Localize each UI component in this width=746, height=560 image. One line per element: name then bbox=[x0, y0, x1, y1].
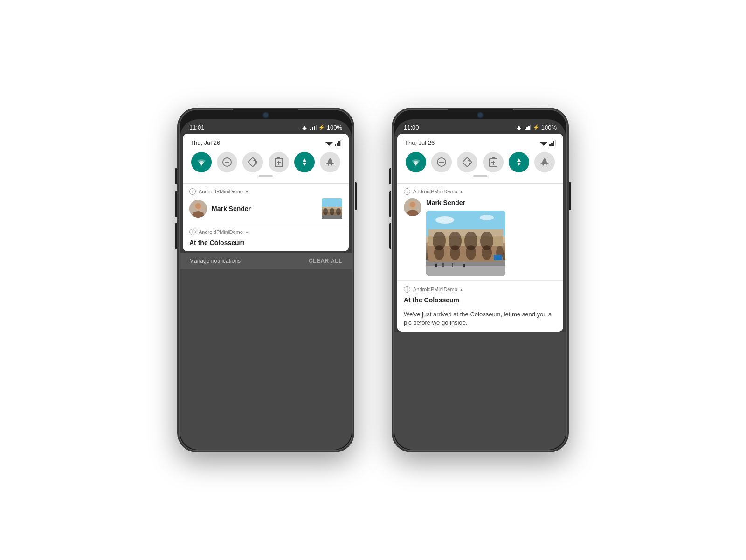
signal-icon-right bbox=[515, 125, 523, 130]
dark-area-left bbox=[180, 269, 352, 450]
svg-rect-42 bbox=[530, 125, 531, 130]
info-icon-right-2: i bbox=[404, 286, 410, 293]
qs-data-icon-right bbox=[514, 157, 524, 167]
svg-point-78 bbox=[466, 245, 476, 260]
svg-rect-46 bbox=[551, 143, 553, 146]
qs-wifi-btn-left[interactable] bbox=[191, 152, 212, 172]
qs-batt-icon-right bbox=[489, 157, 497, 167]
chevron-down-icon-left-1: ▾ bbox=[246, 189, 248, 194]
svg-marker-59 bbox=[517, 163, 521, 166]
cell-icon-right bbox=[525, 125, 531, 130]
colosseum-thumb-image bbox=[322, 198, 342, 219]
notification-panel-right: Thu, Jul 26 bbox=[397, 134, 563, 332]
qs-rotate-btn-left[interactable] bbox=[242, 152, 263, 172]
power-button-left-right[interactable] bbox=[389, 223, 391, 249]
signal-qs-icon-left bbox=[335, 140, 341, 146]
notif-app-left-2: AndroidPMiniDemo bbox=[199, 229, 243, 235]
manage-notif-left[interactable]: Manage notifications bbox=[189, 258, 241, 264]
svg-point-77 bbox=[450, 245, 460, 260]
notif-body-text-right-2: We've just arrived at the Colosseum, let… bbox=[404, 310, 557, 327]
notif-body-right-2: At the Colosseum We've just arrived at t… bbox=[404, 296, 557, 327]
dark-area-right bbox=[394, 332, 566, 450]
notif-card-left-2[interactable]: i AndroidPMiniDemo ▾ At the Colosseum bbox=[183, 224, 349, 251]
notif-body-right-1: Mark Sender bbox=[404, 198, 557, 276]
svg-rect-71 bbox=[426, 266, 505, 276]
qs-rotate-btn-right[interactable] bbox=[457, 152, 477, 172]
qs-airplane-btn-right[interactable] bbox=[534, 152, 555, 172]
qs-wifi-btn-right[interactable] bbox=[406, 152, 426, 172]
quick-settings-right: Thu, Jul 26 bbox=[397, 134, 563, 184]
notif-card-right-2[interactable]: i AndroidPMiniDemo ▴ At the Colosseum We… bbox=[397, 281, 563, 332]
screen-right: 11:00 ⚡ 100% bbox=[394, 119, 566, 450]
bottom-bar-left: Manage notifications CLEAR ALL bbox=[180, 253, 352, 269]
qs-dnd-icon-left bbox=[222, 157, 232, 167]
battery-text-left: 100% bbox=[327, 124, 342, 131]
power-button[interactable] bbox=[355, 182, 357, 210]
qs-wifi-icon-right bbox=[411, 158, 421, 166]
volume-down-button-right[interactable] bbox=[389, 191, 391, 217]
notif-body-left-2: At the Colosseum bbox=[189, 239, 342, 246]
drag-handle-left bbox=[259, 175, 273, 177]
power-button-left[interactable] bbox=[175, 223, 177, 249]
cell-icon-left bbox=[310, 125, 317, 130]
svg-point-34 bbox=[330, 208, 334, 215]
avatar-right-1 bbox=[404, 198, 421, 216]
svg-rect-45 bbox=[549, 144, 551, 146]
info-icon-left-2: i bbox=[189, 229, 196, 235]
notif-card-right-1[interactable]: i AndroidPMiniDemo ▴ bbox=[397, 184, 563, 281]
drag-handle-right bbox=[473, 175, 487, 177]
colosseum-svg bbox=[426, 211, 505, 276]
svg-rect-11 bbox=[338, 141, 340, 146]
signal-qs-icon-right bbox=[549, 140, 556, 146]
svg-rect-48 bbox=[555, 140, 556, 146]
qs-date-right: Thu, Jul 26 bbox=[405, 139, 435, 146]
svg-rect-32 bbox=[322, 215, 342, 219]
qs-airplane-btn-left[interactable] bbox=[320, 152, 340, 172]
notif-app-right-1: AndroidPMiniDemo bbox=[413, 189, 457, 194]
qs-dnd-btn-right[interactable] bbox=[431, 152, 452, 172]
notif-card-left-1[interactable]: i AndroidPMiniDemo ▾ bbox=[183, 184, 349, 224]
chevron-down-icon-left-2: ▾ bbox=[246, 230, 248, 235]
avatar-left-1 bbox=[189, 200, 207, 218]
qs-batt-btn-left[interactable] bbox=[269, 152, 289, 172]
phone-frame-left: 11:01 ⚡ 100% bbox=[177, 108, 354, 452]
notif-header-right-2: i AndroidPMiniDemo ▴ bbox=[404, 286, 557, 293]
power-button-right[interactable] bbox=[569, 182, 571, 210]
notif-sender-left-1: Mark Sender bbox=[212, 205, 317, 212]
notif-app-left-1: AndroidPMiniDemo bbox=[199, 189, 243, 194]
svg-rect-81 bbox=[435, 264, 437, 267]
notification-panel-left: Thu, Jul 26 bbox=[183, 134, 349, 251]
qs-connectivity-right bbox=[540, 140, 556, 146]
svg-rect-41 bbox=[528, 126, 530, 130]
phone-frame-right: 11:00 ⚡ 100% bbox=[392, 108, 569, 452]
svg-point-63 bbox=[410, 202, 415, 207]
qs-date-row-right: Thu, Jul 26 bbox=[405, 139, 556, 146]
svg-marker-58 bbox=[517, 158, 521, 162]
svg-point-33 bbox=[323, 208, 328, 215]
camera-left bbox=[263, 113, 268, 117]
chevron-up-icon-right-2: ▴ bbox=[460, 287, 463, 292]
status-bar-left: 11:01 ⚡ 100% bbox=[180, 119, 352, 134]
notif-title-left-2: At the Colosseum bbox=[189, 239, 245, 246]
notif-sender-right-1: Mark Sender bbox=[426, 199, 465, 206]
volume-down-button[interactable] bbox=[175, 191, 177, 217]
svg-point-79 bbox=[482, 245, 492, 260]
phone-left: 11:01 ⚡ 100% bbox=[177, 108, 354, 452]
qs-batt-btn-right[interactable] bbox=[483, 152, 504, 172]
info-icon-left-1: i bbox=[189, 188, 196, 195]
svg-rect-39 bbox=[525, 129, 526, 130]
svg-marker-23 bbox=[303, 163, 306, 166]
volume-up-button[interactable] bbox=[175, 168, 177, 184]
qs-data-btn-left[interactable] bbox=[294, 152, 315, 172]
svg-point-76 bbox=[434, 245, 444, 260]
qs-data-btn-right[interactable] bbox=[509, 152, 529, 172]
wifi-qs-icon-right bbox=[540, 140, 547, 146]
clear-all-left[interactable]: CLEAR ALL bbox=[309, 258, 342, 264]
screen-left: 11:01 ⚡ 100% bbox=[180, 119, 352, 450]
qs-dnd-btn-left[interactable] bbox=[217, 152, 237, 172]
qs-rotate-icon-right bbox=[462, 157, 472, 167]
svg-rect-6 bbox=[316, 125, 317, 130]
battery-text-right: 100% bbox=[541, 124, 557, 131]
volume-up-button-right[interactable] bbox=[389, 168, 391, 184]
status-bar-right: 11:00 ⚡ 100% bbox=[394, 119, 566, 134]
